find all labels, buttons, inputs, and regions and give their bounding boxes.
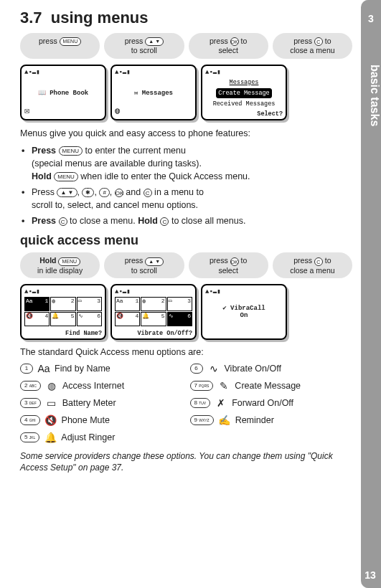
vibrate-icon: ∿ <box>207 363 220 374</box>
status-bar: ▲▪▬▮ <box>115 288 192 295</box>
key-9-icon: 9 WXYZ <box>190 415 214 425</box>
chapter-label: basic tasks <box>361 65 381 126</box>
phone-screens-row-1: ▲▪▬▮ 📖 Phone Book ✉ ▲▪▬▮ ✉ Messages ◍ ▲▪… <box>20 65 352 120</box>
side-tab: 3 basic tasks 13 <box>361 0 381 588</box>
menu-item: Received Messages <box>212 100 277 108</box>
key-2-icon: 2 ABC <box>20 381 41 391</box>
pill-press-select: press OK to select <box>189 252 268 278</box>
list-item: Press ▲ ▼, ✱, #, OK and C in a menu to s… <box>20 186 352 212</box>
c-key-icon: C <box>144 189 152 197</box>
softkey-label: Find Name? <box>65 330 102 337</box>
compose-icon: ✎ <box>217 380 230 392</box>
options-intro: The standard Quick Access menu options a… <box>20 347 352 357</box>
ok-key-icon: OK <box>115 189 123 197</box>
intro-text: Menus give you quick and easy access to … <box>20 128 352 140</box>
menu-item-selected: Create Message <box>216 88 271 98</box>
status-bar: ▲▪▬▮ <box>24 288 102 295</box>
option-ringer: 5 JKL 🔔 Adjust Ringer <box>20 432 183 443</box>
messages-icon: ✉ <box>134 90 142 97</box>
c-key-icon: C <box>314 37 323 46</box>
grid-cell: 🔔5 <box>50 312 75 326</box>
list-item: Press C to close a menu. Hold C to close… <box>20 214 352 227</box>
grid-cell: ▭3 <box>77 297 102 311</box>
globe-icon: ◍ <box>45 380 58 392</box>
grid-cell: Aa1 <box>24 297 50 311</box>
options-grid: 1 Aa Find by Name 6 ∿ Vibrate On/Off 2 A… <box>20 363 352 443</box>
pill-press-scroll: press ▲ ▼ to scroll <box>104 33 184 59</box>
c-key-icon: C <box>59 217 67 226</box>
screen-qa-grid-2: ▲▪▬▮ Aa1 ◍2 ▭3 🔇4 🔔5 ∿6 Vibrate On/Off? <box>110 284 197 340</box>
pill-hold-menu: Hold MENU in idle display <box>20 252 100 278</box>
scroll-key-icon: ▲ ▼ <box>145 257 164 266</box>
check-icon: ✔ <box>222 305 230 312</box>
menu-title: Messages <box>228 78 260 87</box>
grid-cell: ▭3 <box>167 297 192 311</box>
menu-key-icon: MENU <box>59 146 83 156</box>
list-item: Press MENU to enter the current menu (sp… <box>20 144 352 183</box>
globe-icon: ◍ <box>115 105 120 116</box>
phonebook-icon: 📖 <box>38 90 50 97</box>
key-8-icon: 8 TUV <box>190 398 211 408</box>
mute-icon: 🔇 <box>44 414 57 426</box>
status-bar: ▲▪▬▮ <box>115 68 192 76</box>
chapter-number: 3 <box>361 13 381 24</box>
ok-key-icon: OK <box>230 257 239 266</box>
softkey-label: Select? <box>257 110 283 118</box>
ringer-icon: 🔔 <box>44 432 57 443</box>
grid-cell: 🔇4 <box>24 312 50 326</box>
instruction-pills-row-2: Hold MENU in idle display press ▲ ▼ to s… <box>20 252 352 278</box>
hash-key-icon: # <box>99 188 109 197</box>
screen-messages: ▲▪▬▮ ✉ Messages ◍ <box>110 65 197 120</box>
option-battery: 3 DEF ▭ Battery Meter <box>20 397 183 409</box>
forward-icon: ✗ <box>215 397 227 409</box>
status-bar: ▲▪▬▮ <box>205 68 283 76</box>
find-name-icon: Aa <box>37 363 50 374</box>
grid-cell: ∿6 <box>77 312 102 326</box>
pill-press-close: press C to close a menu <box>273 33 352 59</box>
pill-press-scroll: press ▲ ▼ to scroll <box>104 252 184 278</box>
battery-icon: ▭ <box>45 397 58 409</box>
grid-cell: 🔔5 <box>141 312 166 326</box>
status-bar: ▲▪▬▮ <box>205 288 283 295</box>
screen-phone-book: ▲▪▬▮ 📖 Phone Book ✉ <box>20 65 106 120</box>
scroll-key-icon: ▲ ▼ <box>145 37 164 46</box>
pill-press-select: press OK to select <box>189 33 268 59</box>
screen-qa-grid-1: ▲▪▬▮ Aa1 ◍2 ▭3 🔇4 🔔5 ∿6 Find Name? <box>20 284 106 340</box>
c-key-icon: C <box>314 257 323 266</box>
key-1-icon: 1 <box>20 364 33 374</box>
star-key-icon: ✱ <box>82 188 94 197</box>
option-forward: 8 TUV ✗ Forward On/Off <box>190 397 353 409</box>
key-3-icon: 3 DEF <box>20 398 41 408</box>
option-reminder: 9 WXYZ ✍ Reminder <box>190 414 353 426</box>
option-create-message: 7 PQRS ✎ Create Message <box>190 380 353 392</box>
reminder-icon: ✍ <box>218 414 231 426</box>
c-key-icon: C <box>160 217 169 226</box>
screen-messages-menu: ▲▪▬▮ Messages Create Message Received Me… <box>201 65 287 120</box>
grid-cell: ◍2 <box>141 297 166 311</box>
screen-vibracall: ▲▪▬▮ ✔ VibraCall On <box>201 284 287 340</box>
key-4-icon: 4 GHI <box>20 415 40 425</box>
grid-cell: ◍2 <box>50 297 75 311</box>
key-7-icon: 7 PQRS <box>190 381 214 391</box>
footnote: Some service providers change these opti… <box>20 450 352 473</box>
section-title: 3.7 using menus <box>20 9 352 27</box>
menu-key-icon: MENU <box>60 37 82 46</box>
instruction-pills-row-1: press MENU press ▲ ▼ to scroll press OK … <box>20 33 352 59</box>
feature-list: Press MENU to enter the current menu (sp… <box>20 144 352 228</box>
grid-cell: 🔇4 <box>115 312 140 326</box>
ok-key-icon: OK <box>230 37 239 46</box>
grid-cell: ∿6 <box>167 312 192 326</box>
pill-press-close: press C to close a menu <box>273 252 352 278</box>
menu-key-icon: MENU <box>58 257 80 266</box>
subheading-quick-access: quick access menu <box>20 233 352 248</box>
key-6-icon: 6 <box>190 364 203 374</box>
softkey-label: Vibrate On/Off? <box>137 330 192 337</box>
page-number: 13 <box>362 569 378 581</box>
pill-press-menu: press MENU <box>20 33 100 59</box>
grid-cell: Aa1 <box>115 297 140 311</box>
mail-icon: ✉ <box>24 105 29 116</box>
option-internet: 2 ABC ◍ Access Internet <box>20 380 183 392</box>
key-5-icon: 5 JKL <box>20 432 39 442</box>
status-bar: ▲▪▬▮ <box>24 68 102 76</box>
menu-key-icon: MENU <box>54 172 78 181</box>
